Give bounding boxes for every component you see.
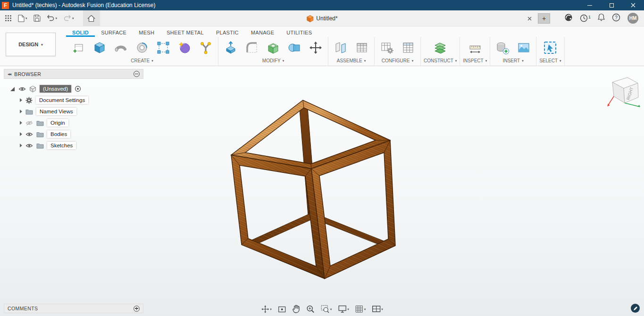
configuration-table-button[interactable] <box>399 38 418 58</box>
joint-button[interactable] <box>352 38 371 58</box>
home-button[interactable] <box>83 10 100 26</box>
browser-item-origin[interactable]: Origin <box>4 117 143 128</box>
minimize-button[interactable] <box>579 0 601 10</box>
pan-hand-icon <box>293 305 300 313</box>
display-settings-button[interactable] <box>335 304 351 314</box>
visibility-eye-icon[interactable] <box>25 132 33 137</box>
viewports-button[interactable] <box>369 304 385 314</box>
shell-button[interactable] <box>264 38 283 58</box>
visibility-eye-off-icon[interactable] <box>25 120 33 126</box>
group-label-inspect[interactable]: INSPECT <box>463 58 487 65</box>
viewport-canvas[interactable]: RIGHT BROWSER (Unsaved) <box>0 66 644 316</box>
tree-item-label[interactable]: Document Settings <box>36 96 88 104</box>
help-button[interactable]: ? <box>612 13 620 24</box>
fillet-button[interactable] <box>243 38 261 58</box>
look-at-tool-button[interactable] <box>276 304 289 315</box>
tree-item-label[interactable]: Named Views <box>36 108 76 115</box>
tab-sheet-metal[interactable]: SHEET METAL <box>160 30 210 37</box>
browser-root-row[interactable]: (Unsaved) <box>4 83 143 94</box>
comments-panel[interactable]: COMMENTS <box>4 304 143 313</box>
document-tab[interactable]: Untitled* <box>306 10 337 26</box>
revolve-button[interactable] <box>111 38 130 58</box>
view-cube[interactable]: RIGHT <box>603 72 644 113</box>
model-wooden-cube[interactable] <box>203 90 406 288</box>
group-label-create[interactable]: CREATE <box>69 58 215 65</box>
chevron-down-icon <box>330 307 332 311</box>
close-button[interactable] <box>622 0 644 10</box>
tree-item-label[interactable]: Bodies <box>47 130 70 138</box>
display-settings-icon <box>338 305 346 313</box>
pan-tool-button[interactable] <box>290 303 302 315</box>
combine-button[interactable] <box>285 38 304 58</box>
expand-arrow-icon[interactable] <box>20 110 22 113</box>
tab-manage[interactable]: MANAGE <box>245 30 280 37</box>
expand-arrow-icon[interactable] <box>20 144 22 147</box>
root-document-label[interactable]: (Unsaved) <box>40 85 71 93</box>
pattern-button[interactable] <box>154 38 173 58</box>
expand-arrow-icon[interactable] <box>20 98 22 102</box>
press-pull-button[interactable] <box>221 38 240 58</box>
split-body-button[interactable] <box>196 38 215 58</box>
visibility-eye-icon[interactable] <box>18 86 26 92</box>
tree-item-label[interactable]: Sketches <box>47 142 76 149</box>
help-icon: ? <box>612 13 620 22</box>
tab-surface[interactable]: SURFACE <box>95 30 133 37</box>
zoom-tool-button[interactable] <box>304 303 317 315</box>
measure-button[interactable] <box>466 38 485 58</box>
tab-mesh[interactable]: MESH <box>133 30 160 37</box>
browser-header[interactable]: BROWSER <box>4 69 143 79</box>
new-document-tab-button[interactable] <box>538 13 550 24</box>
group-label-modify[interactable]: MODIFY <box>221 58 325 65</box>
expand-comments-button[interactable] <box>134 306 140 312</box>
move-copy-button[interactable] <box>306 38 325 58</box>
job-status-button[interactable] <box>564 13 573 24</box>
browser-minimize-button[interactable] <box>134 71 140 77</box>
coil-icon <box>135 41 149 54</box>
expand-arrow-icon[interactable] <box>20 132 22 136</box>
workspace-switcher[interactable]: DESIGN <box>6 33 56 56</box>
group-label-configure[interactable]: CONFIGURE <box>377 58 418 65</box>
maximize-button[interactable] <box>601 0 622 10</box>
save-button[interactable] <box>33 15 41 22</box>
undo-button[interactable] <box>47 15 58 22</box>
grid-settings-button[interactable] <box>353 304 368 314</box>
file-menu-button[interactable] <box>18 15 27 22</box>
avatar[interactable]: HM <box>627 13 638 24</box>
coil-button[interactable] <box>133 38 151 58</box>
insert-button[interactable] <box>493 38 512 58</box>
configure-button[interactable] <box>377 38 396 58</box>
group-label-select[interactable]: SELECT <box>539 58 561 65</box>
redo-button[interactable] <box>63 15 74 22</box>
construction-plane-button[interactable] <box>431 38 450 58</box>
joint-table-icon <box>355 41 368 54</box>
fit-tool-button[interactable] <box>318 303 335 315</box>
group-construct: CONSTRUCT <box>421 37 460 66</box>
app-grid-button[interactable] <box>5 15 12 22</box>
browser-item-named-views[interactable]: Named Views <box>4 106 143 117</box>
group-label-assemble[interactable]: ASSEMBLE <box>331 58 371 65</box>
browser-item-sketches[interactable]: Sketches <box>4 140 143 151</box>
extrude-button[interactable] <box>90 38 109 58</box>
select-button[interactable] <box>541 38 560 58</box>
group-label-construct[interactable]: CONSTRUCT <box>424 58 457 65</box>
collapse-panel-icon[interactable] <box>8 72 11 76</box>
group-label-insert[interactable]: INSERT <box>493 58 533 65</box>
notifications-history-button[interactable]: 1 <box>580 14 591 22</box>
tree-item-label[interactable]: Origin <box>47 119 68 127</box>
tab-solid[interactable]: SOLID <box>66 30 95 37</box>
orbit-tool-button[interactable] <box>259 304 274 315</box>
create-form-button[interactable] <box>175 38 194 58</box>
new-component-button[interactable] <box>331 38 350 58</box>
create-sketch-button[interactable] <box>69 38 88 58</box>
canvas-image-button[interactable] <box>514 38 533 58</box>
feedback-button[interactable] <box>631 304 640 313</box>
browser-item-bodies[interactable]: Bodies <box>4 128 143 140</box>
notifications-button[interactable] <box>598 13 605 23</box>
activate-radio-icon[interactable] <box>75 85 81 92</box>
visibility-eye-icon[interactable] <box>25 143 33 148</box>
expand-arrow-icon[interactable] <box>20 121 22 125</box>
document-tab-close-button[interactable] <box>523 10 536 26</box>
browser-item-document-settings[interactable]: Document Settings <box>4 94 143 106</box>
tab-utilities[interactable]: UTILITIES <box>280 30 318 37</box>
tab-plastic[interactable]: PLASTIC <box>210 30 245 37</box>
